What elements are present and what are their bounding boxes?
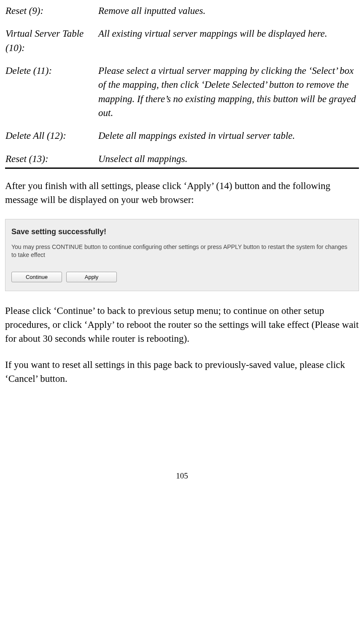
save-dialog: Save setting successfully! You may press… — [5, 219, 359, 291]
definition-desc: Delete all mappings existed in virtual s… — [98, 128, 359, 151]
dialog-button-row: Continue Apply — [11, 272, 353, 282]
paragraph-continue-note: Please click ‘Continue’ to back to previ… — [5, 304, 359, 346]
definition-desc: Please select a virtual server mapping b… — [98, 63, 359, 128]
definition-term: Reset (9): — [5, 3, 98, 26]
dialog-message: You may press CONTINUE button to continu… — [11, 243, 353, 259]
paragraph-apply-note: After you finish with all settings, plea… — [5, 179, 359, 207]
definition-term: Delete All (12): — [5, 128, 98, 151]
continue-button[interactable]: Continue — [11, 272, 62, 282]
definition-row: Reset (13): Unselect all mappings. — [5, 151, 359, 168]
apply-button[interactable]: Apply — [66, 272, 117, 282]
definition-term: Delete (11): — [5, 63, 98, 128]
definitions-table: Reset (9): Remove all inputted values. V… — [5, 3, 359, 169]
definition-desc: Remove all inputted values. — [98, 3, 359, 26]
page-number: 105 — [5, 470, 359, 482]
definition-term: Virtual Server Table (10): — [5, 26, 98, 63]
definition-row: Virtual Server Table (10): All existing … — [5, 26, 359, 63]
definition-desc: Unselect all mappings. — [98, 151, 359, 168]
definition-row: Delete (11): Please select a virtual ser… — [5, 63, 359, 128]
definition-row: Reset (9): Remove all inputted values. — [5, 3, 359, 26]
definition-term: Reset (13): — [5, 151, 98, 168]
definition-row: Delete All (12): Delete all mappings exi… — [5, 128, 359, 151]
paragraph-cancel-note: If you want to reset all settings in thi… — [5, 358, 359, 386]
dialog-title: Save setting successfully! — [11, 226, 353, 237]
definition-desc: All existing virtual server mappings wil… — [98, 26, 359, 63]
